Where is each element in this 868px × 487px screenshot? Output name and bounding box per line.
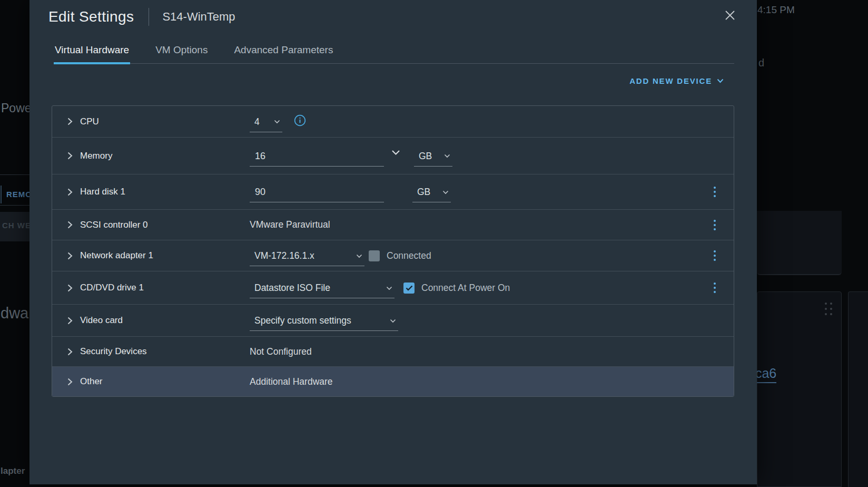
screen: Powe REMO CH WE dwa lapter 4:15 PM d eca… bbox=[0, 0, 868, 487]
bg-power-text: Powe bbox=[1, 101, 32, 115]
security-value: Not Configured bbox=[250, 346, 312, 357]
cpu-count-value: 4 bbox=[254, 116, 260, 128]
cpu-expander[interactable]: CPU bbox=[67, 116, 250, 127]
chevron-right-icon bbox=[67, 118, 73, 125]
memory-unit-value: GB bbox=[419, 151, 432, 162]
hw-row-scsi: SCSI controller 0 VMware Paravirtual bbox=[52, 209, 734, 240]
hw-row-other: Other Additional Hardware bbox=[52, 366, 734, 396]
video-settings-select[interactable]: Specify custom settings bbox=[250, 315, 398, 331]
memory-expander[interactable]: Memory bbox=[67, 151, 250, 161]
row-label: Other bbox=[80, 376, 103, 387]
cddvd-value: Datastore ISO File bbox=[254, 283, 330, 294]
chevron-down-icon bbox=[390, 319, 396, 323]
bg-divider bbox=[0, 205, 29, 206]
chevron-right-icon bbox=[67, 152, 73, 160]
network-select[interactable]: VM-172.16.1.x bbox=[250, 250, 364, 266]
connect-at-power-on-checkbox[interactable] bbox=[403, 283, 415, 294]
bg-divider bbox=[0, 174, 29, 175]
clock-text: 4:15 PM bbox=[757, 4, 795, 16]
chevron-down-icon[interactable] bbox=[391, 150, 400, 155]
row-label: Memory bbox=[80, 151, 112, 161]
dialog-tabs: Virtual Hardware VM Options Advanced Par… bbox=[54, 44, 734, 64]
row-label: Hard disk 1 bbox=[80, 187, 125, 197]
vm-name: S14-WinTemp bbox=[162, 10, 235, 24]
video-settings-value: Specify custom settings bbox=[254, 315, 351, 326]
connected-checkbox[interactable] bbox=[369, 250, 380, 261]
cpu-count-select[interactable]: 4 bbox=[250, 116, 282, 132]
title-divider bbox=[149, 8, 149, 26]
tab-advanced-parameters[interactable]: Advanced Parameters bbox=[233, 44, 334, 64]
hw-row-video: Video card Specify custom settings bbox=[52, 304, 734, 336]
tab-virtual-hardware[interactable]: Virtual Hardware bbox=[54, 44, 130, 64]
chevron-right-icon bbox=[67, 252, 73, 260]
chevron-down-icon bbox=[274, 120, 280, 124]
hw-row-harddisk: Hard disk 1 GB bbox=[52, 174, 734, 209]
add-new-device-label: ADD NEW DEVICE bbox=[629, 76, 712, 85]
network-value: VM-172.16.1.x bbox=[254, 250, 314, 261]
network-expander[interactable]: Network adapter 1 bbox=[67, 250, 250, 261]
bg-button-edge bbox=[1, 186, 2, 203]
row-label: CPU bbox=[80, 116, 99, 127]
bg-hardware-heading: dwa bbox=[1, 305, 28, 322]
row-menu-icon[interactable] bbox=[712, 184, 718, 199]
harddisk-unit-value: GB bbox=[417, 187, 430, 198]
bg-card bbox=[757, 291, 842, 487]
dialog-header: Edit Settings S14-WinTemp bbox=[29, 0, 757, 26]
hw-row-security: Security Devices Not Configured bbox=[52, 336, 734, 366]
chevron-down-icon bbox=[356, 254, 362, 258]
scsi-expander[interactable]: SCSI controller 0 bbox=[67, 220, 250, 230]
other-value: Additional Hardware bbox=[250, 376, 333, 387]
row-menu-icon[interactable] bbox=[712, 218, 718, 232]
bg-adapter-label: lapter bbox=[1, 466, 25, 476]
chevron-right-icon bbox=[67, 221, 73, 229]
cddvd-expander[interactable]: CD/DVD drive 1 bbox=[67, 283, 250, 293]
row-label: Security Devices bbox=[80, 346, 147, 357]
chevron-right-icon bbox=[67, 317, 73, 325]
tab-vm-options[interactable]: VM Options bbox=[154, 44, 209, 64]
harddisk-expander[interactable]: Hard disk 1 bbox=[67, 187, 250, 197]
bg-console-label: CH WE bbox=[2, 221, 31, 230]
chevron-down-icon bbox=[444, 154, 450, 158]
memory-size-input[interactable] bbox=[250, 151, 384, 167]
hardware-rows: CPU 4 Memory bbox=[52, 105, 734, 397]
bg-card-edge bbox=[757, 211, 842, 275]
edit-settings-dialog: Edit Settings S14-WinTemp Virtual Hardwa… bbox=[29, 0, 757, 484]
close-icon[interactable] bbox=[723, 8, 737, 22]
chevron-right-icon bbox=[67, 284, 73, 292]
harddisk-size-input[interactable] bbox=[250, 187, 384, 202]
add-new-device-button[interactable]: ADD NEW DEVICE bbox=[29, 76, 724, 85]
row-label: Video card bbox=[80, 315, 123, 326]
chevron-down-icon bbox=[717, 79, 724, 83]
dialog-title: Edit Settings bbox=[48, 8, 134, 25]
chevron-right-icon bbox=[67, 188, 73, 196]
bg-card bbox=[848, 291, 868, 487]
row-label: Network adapter 1 bbox=[80, 250, 153, 261]
hw-row-cddvd: CD/DVD drive 1 Datastore ISO File Connec… bbox=[52, 271, 734, 304]
hw-row-memory: Memory GB bbox=[52, 137, 734, 174]
chevron-right-icon bbox=[67, 348, 73, 356]
chevron-down-icon bbox=[442, 190, 449, 194]
video-expander[interactable]: Video card bbox=[67, 315, 250, 326]
harddisk-unit-select[interactable]: GB bbox=[412, 187, 451, 202]
check-icon bbox=[406, 285, 413, 291]
cddvd-select[interactable]: Datastore ISO File bbox=[250, 283, 394, 298]
row-menu-icon[interactable] bbox=[712, 280, 718, 295]
drag-handle-icon bbox=[825, 303, 832, 315]
chevron-down-icon bbox=[386, 286, 392, 290]
hw-row-cpu: CPU 4 bbox=[52, 106, 734, 137]
info-icon[interactable] bbox=[294, 114, 306, 126]
row-menu-icon[interactable] bbox=[712, 248, 718, 263]
scsi-type-value: VMware Paravirtual bbox=[250, 219, 330, 230]
security-expander[interactable]: Security Devices bbox=[67, 346, 250, 357]
other-expander[interactable]: Other bbox=[67, 376, 250, 387]
chevron-right-icon bbox=[67, 378, 73, 386]
connect-at-power-on-label: Connect At Power On bbox=[421, 283, 510, 294]
bg-partial-text: d bbox=[758, 57, 764, 69]
bg-console-button: CH WE bbox=[0, 212, 29, 241]
row-label: CD/DVD drive 1 bbox=[80, 283, 144, 293]
memory-unit-select[interactable]: GB bbox=[414, 151, 452, 167]
hw-row-network: Network adapter 1 VM-172.16.1.x Connecte… bbox=[52, 240, 734, 271]
row-label: SCSI controller 0 bbox=[80, 220, 148, 230]
bg-remove-button: REMO bbox=[6, 190, 32, 199]
connected-label: Connected bbox=[387, 250, 431, 261]
